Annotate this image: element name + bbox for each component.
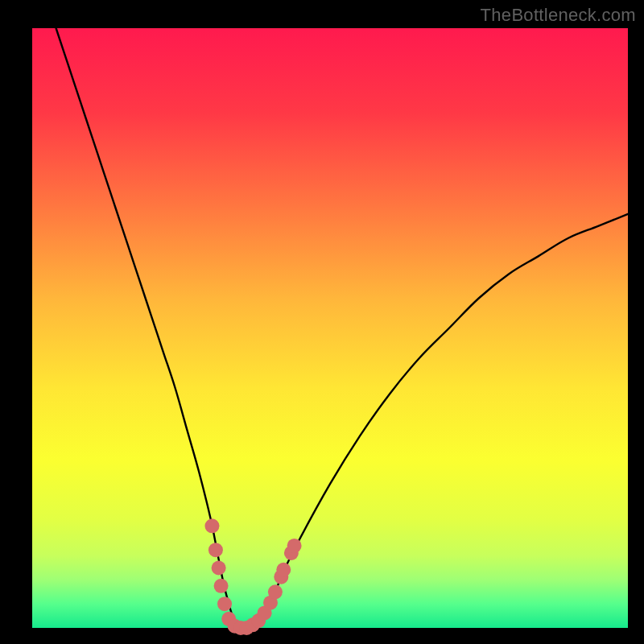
curve-layer	[32, 28, 628, 628]
highlight-dot	[268, 584, 283, 599]
bottleneck-curve	[56, 28, 628, 629]
highlight-dots	[204, 518, 301, 635]
plot-area	[32, 28, 628, 628]
highlight-dot	[217, 597, 232, 611]
watermark-text: TheBottleneck.com	[481, 5, 636, 26]
chart-frame: TheBottleneck.com	[0, 0, 644, 644]
highlight-dot	[212, 561, 226, 576]
highlight-dot	[287, 539, 302, 553]
highlight-dot	[204, 518, 219, 533]
highlight-dot	[214, 579, 229, 593]
highlight-dot	[276, 563, 291, 577]
highlight-dot	[208, 543, 223, 557]
